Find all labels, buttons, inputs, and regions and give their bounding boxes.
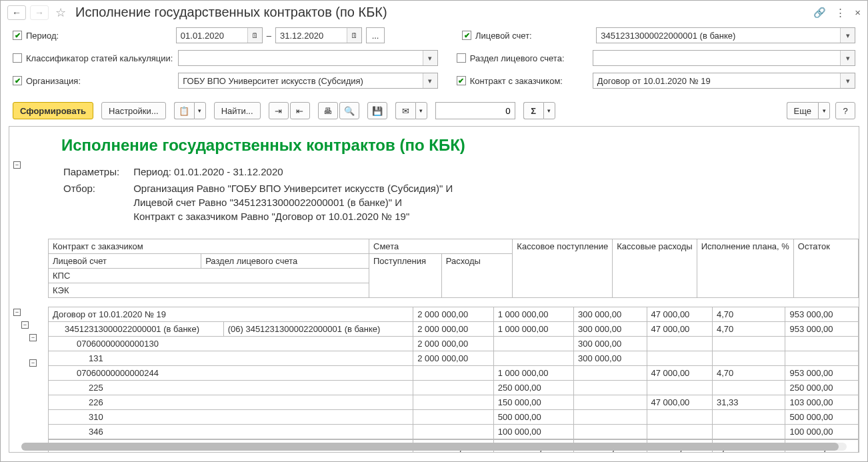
table-row[interactable]: 310 500 000,00 500 000,00 [49,410,859,425]
sigma-button[interactable]: Σ [523,102,543,119]
col-kps: КПС [49,269,369,283]
nav-back-button[interactable]: ← [7,5,26,20]
period-label: Период: [26,31,59,41]
classifier-checkbox[interactable] [13,53,22,63]
calendar-icon[interactable]: 🗓 [247,28,262,43]
col-estimate: Смета [369,239,513,254]
more-button[interactable]: Еще [787,102,818,119]
email-dropdown[interactable]: ▾ [415,102,427,119]
tree-collapse-box[interactable]: − [13,161,21,169]
email-button[interactable]: ✉ [395,102,415,119]
col-cash-recv: Кассовое поступление [513,239,613,298]
report-params: Параметры: Период: 01.01.2020 - 31.12.20… [48,163,859,239]
paste-button[interactable]: 📋 [174,102,194,119]
table-row[interactable]: 225 250 000,00 250 000,00 [49,381,859,395]
period-checkbox[interactable]: ✔ [13,31,22,40]
table-row[interactable]: 07060000000000244 1 000 000,00 47 000,00… [49,366,859,381]
col-account: Лицевой счет [49,254,201,269]
more-dropdown[interactable]: ▾ [818,102,830,119]
help-button[interactable]: ? [835,102,855,119]
account-input[interactable]: 34512313000022000001 (в банке) ▾ [596,27,855,43]
org-checkbox[interactable]: ✔ [13,76,22,85]
favorite-star-icon[interactable]: ☆ [55,5,66,20]
filters-panel: ✔ Период: 01.01.2020 🗓 – 31.12.2020 🗓 ..… [1,25,867,102]
preview-button[interactable]: 🔍 [339,102,359,119]
report-area[interactable]: − Исполнение государственных контрактов … [9,126,859,453]
find-button[interactable]: Найти... [214,102,261,119]
calendar-icon[interactable]: 🗓 [347,28,361,43]
dropdown-icon[interactable]: ▾ [423,73,437,88]
contract-input[interactable]: Договор от 10.01.2020 № 19 ▾ [593,73,855,89]
titlebar: ← → ☆ Исполнение государственных контрак… [1,1,867,25]
report-data-rows: Договор от 10.01.2020 № 192 000 000,00 1… [48,307,859,439]
sum-value-input[interactable] [435,102,515,119]
contract-label: Контракт с заказчиком: [470,76,563,86]
print-button[interactable]: 🖶 [318,102,338,119]
section-checkbox[interactable] [457,53,466,63]
classifier-input[interactable]: ▾ [178,50,437,66]
classifier-label: Классификатор статей калькуляции: [26,53,173,63]
tree-collapse-box[interactable]: − [29,334,37,341]
dropdown-icon[interactable]: ▾ [423,51,437,65]
org-label: Организация: [26,76,81,86]
col-cash-exp: Кассовые расходы [613,239,697,298]
dropdown-icon[interactable]: ▾ [840,51,855,65]
generate-button[interactable]: Сформировать [13,102,93,119]
table-row[interactable]: 070600000000001302 000 000,00 300 000,00 [49,337,859,351]
dropdown-icon[interactable]: ▾ [840,73,855,88]
col-pct: Исполнение плана, % [697,239,793,298]
table-row[interactable]: Договор от 10.01.2020 № 192 000 000,00 1… [49,307,859,322]
sigma-dropdown[interactable]: ▾ [543,102,555,119]
col-recv: Поступления [369,254,442,298]
period-from-input[interactable]: 01.01.2020 🗓 [176,27,263,43]
section-input[interactable]: ▾ [593,50,855,66]
section-label: Раздел лицевого счета: [470,53,565,63]
account-label: Лицевой счет: [475,31,532,41]
nav-forward-button[interactable]: → [30,5,49,20]
save-button[interactable]: 💾 [367,102,387,119]
collapse-groups-button[interactable]: ⇤ [290,102,310,119]
col-balance: Остаток [793,239,858,298]
tree-collapse-box[interactable]: − [13,309,21,316]
range-separator: – [267,31,271,41]
period-select-button[interactable]: ... [366,27,385,43]
menu-dots-icon[interactable]: ⋮ [835,7,845,19]
account-checkbox[interactable]: ✔ [462,31,471,40]
col-kek: КЭК [49,283,369,298]
table-row[interactable]: 346 100 000,00 100 000,00 [49,425,859,439]
period-to-input[interactable]: 31.12.2020 🗓 [275,27,362,43]
org-input[interactable]: ГОБУ ВПО Университет искусств (Субсидия)… [178,73,437,89]
h-scrollbar[interactable] [21,443,847,451]
close-icon[interactable]: × [855,7,861,18]
h-scrollbar-thumb[interactable] [21,443,839,451]
link-icon[interactable]: 🔗 [813,7,826,19]
contract-checkbox[interactable]: ✔ [457,76,466,85]
dropdown-icon[interactable]: ▾ [840,28,855,43]
table-row[interactable]: 34512313000022000001 (в банке)(06) 34512… [49,322,859,337]
report-title: Исполнение государственных контрактов (п… [48,127,859,163]
paste-dropdown[interactable]: ▾ [194,102,206,119]
expand-groups-button[interactable]: ⇥ [269,102,289,119]
tree-collapse-box[interactable]: − [29,359,37,367]
table-row[interactable]: 226 150 000,00 47 000,00 31,33 103 000,0… [49,395,859,410]
settings-button[interactable]: Настройки... [101,102,166,119]
page-title: Исполнение государственных контрактов (п… [75,5,387,20]
toolbar: Сформировать Настройки... 📋 ▾ Найти... ⇥… [1,102,867,126]
report-table: Контракт с заказчиком Смета Кассовое пос… [48,239,859,298]
col-section: Раздел лицевого счета [201,254,369,269]
table-row[interactable]: 1312 000 000,00 300 000,00 [49,351,859,366]
col-contract: Контракт с заказчиком [49,239,369,254]
col-exp: Расходы [441,254,513,298]
tree-collapse-box[interactable]: − [21,321,29,329]
